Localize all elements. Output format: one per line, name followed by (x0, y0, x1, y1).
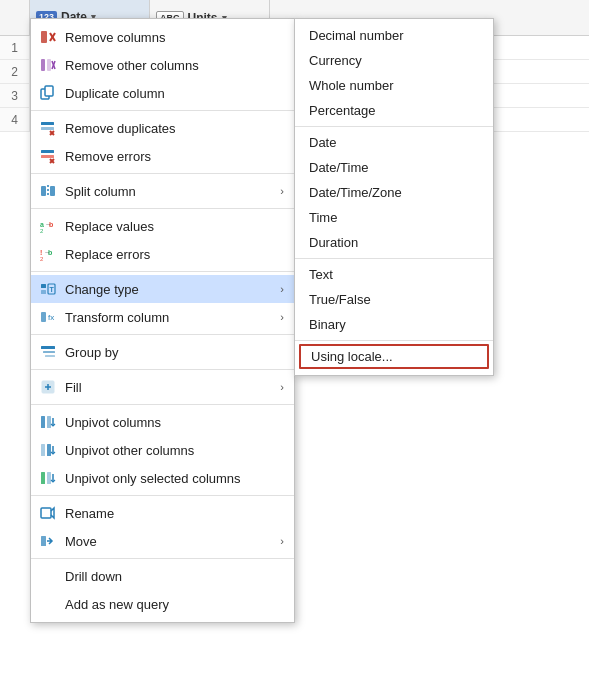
split-column-label: Split column (65, 184, 272, 199)
menu-item-unpivot-only-selected[interactable]: Unpivot only selected columns (31, 464, 294, 492)
submenu-item-whole-number[interactable]: Whole number (295, 73, 493, 98)
svg-rect-32 (41, 312, 46, 322)
submenu-item-duration[interactable]: Duration (295, 230, 493, 255)
remove-other-columns-icon (39, 56, 57, 74)
menu-item-replace-values[interactable]: a→b2 Replace values (31, 212, 294, 240)
change-type-submenu: Decimal number Currency Whole number Per… (294, 18, 494, 376)
drill-down-label: Drill down (65, 569, 284, 584)
menu-item-remove-columns[interactable]: Remove columns (31, 23, 294, 51)
submenu-item-decimal-number[interactable]: Decimal number (295, 23, 493, 48)
duplicate-column-label: Duplicate column (65, 86, 284, 101)
menu-item-remove-duplicates[interactable]: Remove duplicates (31, 114, 294, 142)
svg-rect-18 (50, 186, 55, 196)
menu-item-remove-errors[interactable]: Remove errors (31, 142, 294, 170)
submenu-item-time[interactable]: Time (295, 205, 493, 230)
submenu-item-currency[interactable]: Currency (295, 48, 493, 73)
separator-3 (31, 208, 294, 209)
whole-number-label: Whole number (309, 78, 394, 93)
separator-2 (31, 173, 294, 174)
submenu-separator-2 (295, 258, 493, 259)
svg-rect-10 (41, 127, 54, 130)
menu-item-transform-column[interactable]: fx Transform column › (31, 303, 294, 331)
menu-item-duplicate-column[interactable]: Duplicate column (31, 79, 294, 107)
svg-text:fx: fx (48, 313, 54, 322)
submenu-item-datetime[interactable]: Date/Time (295, 155, 493, 180)
submenu-item-using-locale[interactable]: Using locale... (299, 344, 489, 369)
rename-icon (39, 504, 57, 522)
svg-rect-14 (41, 155, 54, 158)
submenu-separator-3 (295, 340, 493, 341)
svg-text:b: b (48, 249, 52, 256)
svg-rect-43 (47, 472, 51, 484)
menu-item-unpivot-columns[interactable]: Unpivot columns (31, 408, 294, 436)
transform-column-label: Transform column (65, 310, 272, 325)
change-type-arrow: › (280, 283, 284, 295)
remove-duplicates-icon (39, 119, 57, 137)
replace-values-icon: a→b2 (39, 217, 57, 235)
duplicate-column-icon (39, 84, 57, 102)
transform-column-icon: fx (39, 308, 57, 326)
datetimezone-label: Date/Time/Zone (309, 185, 402, 200)
svg-rect-8 (45, 86, 53, 96)
move-label: Move (65, 534, 272, 549)
submenu-item-datetimezone[interactable]: Date/Time/Zone (295, 180, 493, 205)
menu-item-change-type[interactable]: T Change type › (31, 275, 294, 303)
add-as-new-query-icon (39, 595, 57, 613)
svg-rect-40 (41, 444, 45, 456)
menu-item-add-as-new-query[interactable]: Add as new query (31, 590, 294, 618)
row-num-3: 3 (0, 84, 30, 107)
unpivot-other-columns-icon (39, 441, 57, 459)
remove-errors-icon (39, 147, 57, 165)
truefalse-label: True/False (309, 292, 371, 307)
rename-label: Rename (65, 506, 284, 521)
submenu-item-percentage[interactable]: Percentage (295, 98, 493, 123)
menu-item-drill-down[interactable]: Drill down (31, 562, 294, 590)
svg-rect-35 (43, 351, 55, 353)
svg-rect-34 (41, 346, 55, 349)
svg-rect-29 (41, 290, 46, 294)
svg-rect-38 (41, 416, 45, 428)
menu-item-replace-errors[interactable]: !→b2 Replace errors (31, 240, 294, 268)
submenu-item-date[interactable]: Date (295, 130, 493, 155)
move-icon (39, 532, 57, 550)
svg-rect-42 (41, 472, 45, 484)
svg-rect-4 (47, 59, 51, 71)
replace-errors-icon: !→b2 (39, 245, 57, 263)
split-column-arrow: › (280, 185, 284, 197)
menu-item-rename[interactable]: Rename (31, 499, 294, 527)
svg-text:!: ! (40, 249, 42, 256)
replace-errors-label: Replace errors (65, 247, 284, 262)
svg-text:b: b (49, 221, 53, 228)
separator-4 (31, 271, 294, 272)
unpivot-only-selected-icon (39, 469, 57, 487)
fill-arrow: › (280, 381, 284, 393)
row-num-4: 4 (0, 108, 30, 131)
menu-item-fill[interactable]: Fill › (31, 373, 294, 401)
row-num-1: 1 (0, 36, 30, 59)
group-by-icon (39, 343, 57, 361)
submenu-item-text[interactable]: Text (295, 262, 493, 287)
remove-errors-label: Remove errors (65, 149, 284, 164)
menu-item-move[interactable]: Move › (31, 527, 294, 555)
svg-rect-13 (41, 150, 54, 153)
menu-item-group-by[interactable]: Group by (31, 338, 294, 366)
submenu-item-truefalse[interactable]: True/False (295, 287, 493, 312)
svg-rect-41 (47, 444, 51, 456)
row-num-2: 2 (0, 60, 30, 83)
separator-9 (31, 558, 294, 559)
separator-1 (31, 110, 294, 111)
remove-other-columns-label: Remove other columns (65, 58, 284, 73)
unpivot-only-selected-label: Unpivot only selected columns (65, 471, 284, 486)
menu-item-unpivot-other-columns[interactable]: Unpivot other columns (31, 436, 294, 464)
duration-label: Duration (309, 235, 358, 250)
move-arrow: › (280, 535, 284, 547)
group-by-label: Group by (65, 345, 284, 360)
change-type-icon: T (39, 280, 57, 298)
menu-item-split-column[interactable]: Split column › (31, 177, 294, 205)
menu-item-remove-other-columns[interactable]: Remove other columns (31, 51, 294, 79)
row-num-header (0, 0, 30, 35)
unpivot-columns-icon (39, 413, 57, 431)
percentage-label: Percentage (309, 103, 376, 118)
submenu-item-binary[interactable]: Binary (295, 312, 493, 337)
currency-label: Currency (309, 53, 362, 68)
